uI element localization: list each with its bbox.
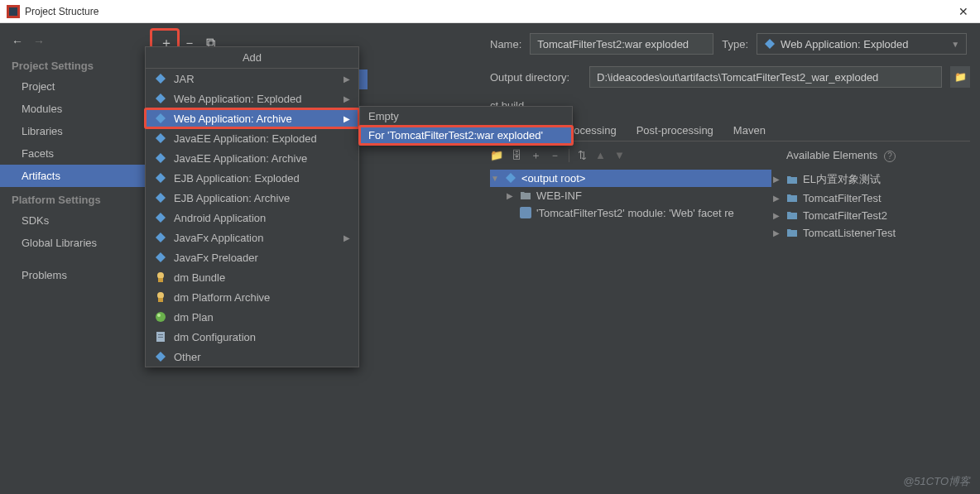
layout-toolbar: 📁 🗄 ＋ － ⇅ ▲ ▼ Available Elements ? [490, 141, 970, 170]
tree-module-facet[interactable]: 'TomcatFilterTest2' module: 'Web' facet … [490, 204, 771, 222]
svg-point-20 [157, 314, 161, 317]
down-icon[interactable]: ▼ [614, 149, 625, 161]
expand-right-icon[interactable]: ▶ [505, 191, 515, 200]
type-value: Web Application: Exploded [781, 38, 908, 50]
expand-right-icon[interactable]: ▶ [771, 175, 781, 184]
svg-marker-14 [156, 252, 166, 262]
add-artifact-menu: Add JAR▶Web Application: Exploded▶Web Ap… [145, 46, 359, 367]
output-label: Output directory: [490, 71, 581, 84]
expand-down-icon[interactable]: ▼ [490, 174, 500, 183]
app-icon [7, 5, 20, 18]
add-menu-item[interactable]: Other [146, 347, 358, 367]
add-menu-item[interactable]: EJB Application: Exploded [146, 168, 358, 188]
svg-marker-9 [156, 153, 166, 163]
add-menu-item[interactable]: JavaFx Preloader [146, 247, 358, 267]
titlebar: Project Structure ✕ [0, 0, 980, 23]
svg-point-17 [157, 292, 164, 299]
add-menu-item[interactable]: JavaEE Application: Exploded [146, 128, 358, 148]
svg-marker-10 [156, 173, 166, 183]
tab-maven[interactable]: Maven [723, 120, 776, 141]
type-combo[interactable]: Web Application: Exploded ▼ [757, 33, 967, 55]
web-app-icon [764, 38, 776, 50]
nav-global-libraries[interactable]: Global Libraries [0, 232, 145, 254]
name-field[interactable] [530, 33, 713, 55]
available-el-item[interactable]: ▶TomcatListenerTest [771, 224, 970, 242]
back-arrow-icon[interactable]: ← [12, 35, 23, 48]
svg-rect-22 [158, 334, 163, 335]
available-el-item[interactable]: ▶TomcatFilterTest [771, 189, 970, 207]
nav-problems[interactable]: Problems [0, 264, 145, 286]
close-icon[interactable]: ✕ [954, 5, 973, 18]
new-folder-icon[interactable]: 📁 [490, 149, 503, 161]
forward-arrow-icon: → [33, 35, 45, 48]
add-menu-item[interactable]: JavaEE Application: Archive [146, 148, 358, 168]
new-archive-icon[interactable]: 🗄 [512, 149, 522, 161]
artifact-icon [505, 172, 516, 184]
watermark: @51CTO博客 [903, 474, 970, 489]
expand-right-icon[interactable]: ▶ [771, 211, 781, 220]
module-folder-icon [786, 193, 798, 203]
add-menu-item[interactable]: dm Plan [146, 307, 358, 327]
module-icon [520, 207, 531, 218]
svg-marker-11 [156, 193, 166, 203]
available-elements-tree[interactable]: ▶EL内置对象测试 ▶TomcatFilterTest ▶TomcatFilte… [771, 170, 970, 242]
add-menu-item[interactable]: dm Configuration [146, 327, 358, 347]
add-menu-item[interactable]: Android Application [146, 208, 358, 228]
nav-artifacts[interactable]: Artifacts [0, 165, 145, 187]
nav-modules[interactable]: Modules [0, 98, 145, 120]
available-el-item[interactable]: ▶EL内置对象测试 [771, 170, 970, 189]
submenu-item[interactable]: Empty [360, 107, 572, 126]
type-label: Type: [722, 38, 748, 50]
add-menu-item[interactable]: dm Bundle [146, 267, 358, 287]
sort-icon[interactable]: ⇅ [578, 149, 587, 161]
expand-right-icon[interactable]: ▶ [771, 194, 781, 203]
add-menu-item[interactable]: Web Application: Exploded▶ [146, 89, 358, 108]
svg-point-15 [157, 272, 164, 279]
svg-point-19 [156, 312, 166, 322]
nav-facets[interactable]: Facets [0, 142, 145, 165]
help-icon[interactable]: ? [884, 151, 896, 162]
tree-output-root[interactable]: ▼ <output root> [490, 170, 771, 187]
available-el-item[interactable]: ▶TomcatFilterTest2 [771, 207, 970, 224]
add-menu-item[interactable]: EJB Application: Archive [146, 188, 358, 208]
submenu-item[interactable]: For 'TomcatFilterTest2:war exploded' [360, 126, 572, 145]
svg-marker-13 [156, 233, 166, 242]
add-menu-item[interactable]: JAR▶ [146, 69, 358, 89]
nav-project[interactable]: Project [0, 75, 145, 98]
svg-marker-2 [765, 39, 775, 49]
artifact-detail-panel: Name: Type: Web Application: Exploded ▼ … [480, 23, 980, 494]
module-folder-icon [786, 175, 798, 185]
output-directory-field[interactable] [589, 66, 942, 88]
svg-marker-7 [156, 113, 166, 123]
browse-folder-icon[interactable]: 📁 [950, 66, 970, 88]
folder-icon [520, 190, 531, 200]
available-elements-label: Available Elements ? [786, 146, 896, 165]
add-menu-item[interactable]: Web Application: Archive▶ [146, 108, 358, 128]
svg-marker-3 [506, 173, 516, 183]
output-layout-tree[interactable]: ▼ <output root> ▶ WEB-INF 'TomcatFilterT… [490, 170, 771, 242]
add-copy-icon[interactable]: ＋ [531, 148, 541, 163]
svg-marker-12 [156, 213, 166, 223]
archive-submenu: EmptyFor 'TomcatFilterTest2:war exploded… [359, 106, 573, 146]
nav-libraries[interactable]: Libraries [0, 120, 145, 142]
add-menu-item[interactable]: dm Platform Archive [146, 287, 358, 307]
svg-marker-24 [156, 352, 166, 362]
section-project-settings: Project Settings [0, 53, 145, 75]
nav-toolbar: ← → [0, 30, 145, 53]
module-folder-icon [786, 210, 798, 220]
svg-rect-18 [158, 298, 163, 302]
nav-sdks[interactable]: SDKs [0, 209, 145, 232]
expand-right-icon[interactable]: ▶ [771, 228, 781, 237]
section-platform-settings: Platform Settings [0, 187, 145, 209]
up-icon[interactable]: ▲ [595, 149, 606, 161]
tree-webinf[interactable]: ▶ WEB-INF [490, 187, 771, 204]
name-label: Name: [490, 38, 521, 50]
svg-rect-23 [158, 337, 163, 338]
svg-marker-5 [156, 74, 166, 84]
window-title: Project Structure [25, 6, 954, 17]
remove-icon[interactable]: － [550, 148, 560, 163]
add-menu-item[interactable]: JavaFx Application▶ [146, 228, 358, 247]
svg-rect-4 [520, 207, 531, 218]
svg-rect-16 [158, 278, 163, 282]
tab-postprocessing[interactable]: Post-processing [627, 120, 723, 141]
